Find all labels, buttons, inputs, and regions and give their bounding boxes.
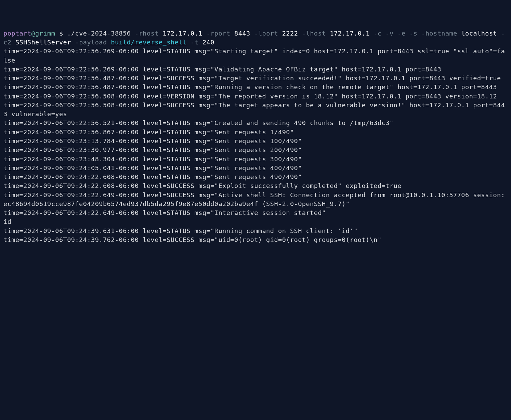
command-flag: -c -v -e -s -hostname (370, 30, 461, 37)
command-value: 240 (202, 39, 214, 46)
prompt-dollar: $ (55, 30, 67, 37)
command-value: 172.17.0.1 (330, 30, 369, 37)
command-line: ./cve-2024-38856 -rhost 172.17.0.1 -rpor… (3, 30, 505, 46)
command-flag: -rport (202, 30, 234, 37)
command-exe: ./cve-2024-38856 (67, 30, 131, 37)
prompt-host: grimm (35, 30, 55, 37)
command-value: SSHShellServer (15, 39, 71, 46)
command-value: localhost (461, 30, 497, 37)
command-link[interactable]: build/reverse_shell (111, 39, 186, 46)
command-value: 172.17.0.1 (163, 30, 202, 37)
log-output: time=2024-09-06T09:22:56.269-06:00 level… (3, 48, 509, 243)
command-flag: -rhost (131, 30, 162, 37)
command-flag: -lhost (298, 30, 330, 37)
prompt-at: @ (31, 30, 35, 37)
command-flag: -lport (250, 30, 282, 37)
command-flag: -t (186, 39, 202, 46)
terminal[interactable]: poptart@grimm $ ./cve-2024-38856 -rhost … (3, 29, 508, 244)
command-value: 8443 (234, 30, 250, 37)
command-value: 2222 (282, 30, 298, 37)
prompt-user: poptart (3, 30, 31, 37)
command-flag: -payload (71, 39, 111, 46)
